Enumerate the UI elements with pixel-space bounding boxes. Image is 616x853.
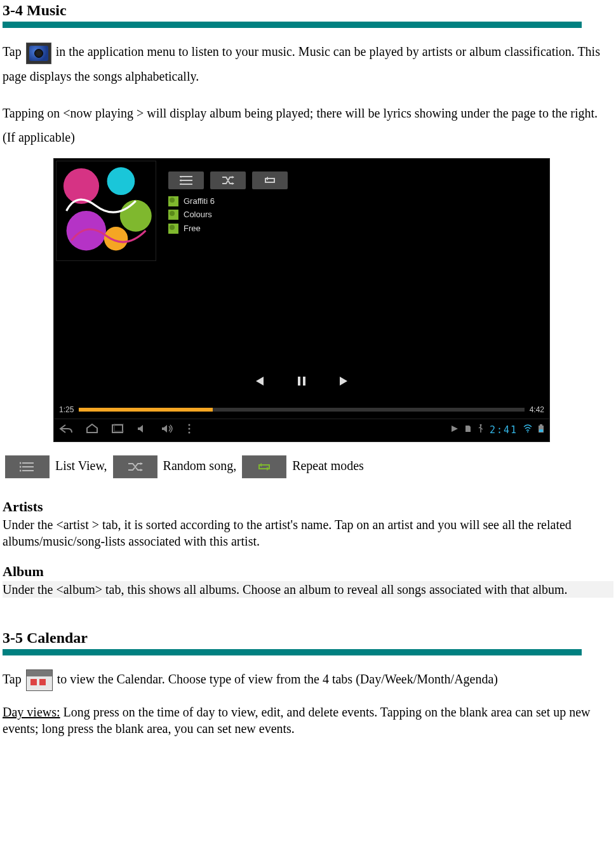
calendar-app-icon bbox=[26, 669, 53, 691]
volume-down-icon[interactable] bbox=[137, 424, 148, 437]
day-views-paragraph: Day views: Long press on the time of day… bbox=[3, 704, 613, 737]
svg-rect-9 bbox=[298, 377, 300, 386]
time-current: 1:25 bbox=[59, 405, 74, 415]
svg-point-21 bbox=[20, 462, 22, 464]
svg-point-22 bbox=[20, 466, 22, 468]
day-views-label: Day views: bbox=[3, 705, 60, 719]
text: Tap bbox=[3, 672, 25, 686]
section-heading-calendar: 3-5 Calendar bbox=[3, 628, 613, 648]
album-heading: Album bbox=[3, 562, 613, 581]
svg-point-8 bbox=[180, 183, 182, 185]
list-view-icon bbox=[5, 455, 50, 478]
repeat-button[interactable] bbox=[252, 171, 288, 189]
track-name: Free bbox=[184, 223, 201, 234]
back-icon[interactable] bbox=[59, 424, 73, 437]
menu-icon[interactable] bbox=[187, 424, 191, 437]
svg-rect-10 bbox=[303, 377, 305, 386]
artist-icon bbox=[168, 196, 178, 206]
svg-point-17 bbox=[527, 431, 528, 433]
svg-rect-19 bbox=[540, 424, 542, 426]
svg-point-6 bbox=[180, 176, 182, 178]
track-info: Graffiti 6 Colours Free bbox=[168, 196, 215, 237]
recent-apps-icon[interactable] bbox=[111, 424, 124, 437]
album-name: Colours bbox=[184, 209, 212, 220]
system-bar: 2:41 bbox=[54, 419, 549, 441]
clock: 2:41 bbox=[490, 424, 518, 436]
svg-point-3 bbox=[120, 200, 152, 232]
pause-button[interactable] bbox=[297, 375, 307, 387]
music-player-screenshot: Graffiti 6 Colours Free 1:25 4:42 2:41 bbox=[53, 158, 550, 442]
battery-icon bbox=[538, 424, 544, 436]
section-heading-music: 3-4 Music bbox=[3, 0, 613, 20]
next-button[interactable] bbox=[338, 375, 350, 387]
track-icon bbox=[168, 224, 178, 234]
svg-point-16 bbox=[479, 424, 481, 426]
svg-point-14 bbox=[189, 427, 191, 429]
svg-point-5 bbox=[104, 227, 128, 250]
previous-button[interactable] bbox=[253, 375, 265, 387]
progress-bar[interactable] bbox=[79, 408, 524, 412]
text: Tap bbox=[3, 44, 25, 58]
text: in the application menu to listen to you… bbox=[3, 44, 600, 83]
artists-heading: Artists bbox=[3, 497, 613, 516]
divider-bar bbox=[3, 22, 582, 28]
music-nowplaying-paragraph: Tapping on <now playing > will display a… bbox=[3, 101, 613, 149]
artist-name: Graffiti 6 bbox=[184, 196, 215, 207]
shuffle-button[interactable] bbox=[210, 171, 246, 189]
wifi-icon bbox=[523, 424, 533, 436]
repeat-icon bbox=[242, 455, 286, 478]
svg-point-15 bbox=[189, 431, 191, 433]
play-notification-icon bbox=[450, 424, 459, 436]
text: to view the Calendar. Choose type of vie… bbox=[57, 672, 498, 686]
text: Long press on the time of day to view, e… bbox=[3, 705, 591, 735]
sd-card-icon bbox=[464, 424, 472, 436]
text: Random song, bbox=[160, 459, 240, 473]
svg-point-23 bbox=[20, 470, 22, 472]
shuffle-icon bbox=[113, 455, 157, 478]
svg-point-13 bbox=[189, 424, 191, 426]
usb-icon bbox=[477, 424, 485, 436]
artists-text: Under the <artist > tab, it is sorted ac… bbox=[3, 516, 613, 549]
calendar-intro-paragraph: Tap to view the Calendar. Choose type of… bbox=[3, 667, 613, 691]
text: List View, bbox=[52, 459, 110, 473]
album-art bbox=[56, 161, 156, 261]
music-app-icon bbox=[26, 43, 51, 64]
home-icon[interactable] bbox=[86, 424, 98, 437]
divider-bar bbox=[3, 649, 582, 655]
legend-row: List View, Random song, Repeat modes bbox=[3, 453, 613, 478]
volume-up-icon[interactable] bbox=[161, 424, 175, 437]
text: Repeat modes bbox=[289, 459, 364, 473]
list-view-button[interactable] bbox=[168, 171, 204, 189]
svg-point-7 bbox=[180, 179, 182, 181]
svg-point-2 bbox=[107, 167, 135, 195]
album-icon bbox=[168, 210, 178, 220]
time-total: 4:42 bbox=[530, 405, 544, 415]
music-intro-paragraph: Tap in the application menu to listen to… bbox=[3, 39, 613, 88]
album-text: Under the <album> tab, this shows all al… bbox=[3, 581, 613, 598]
svg-rect-20 bbox=[539, 429, 543, 432]
